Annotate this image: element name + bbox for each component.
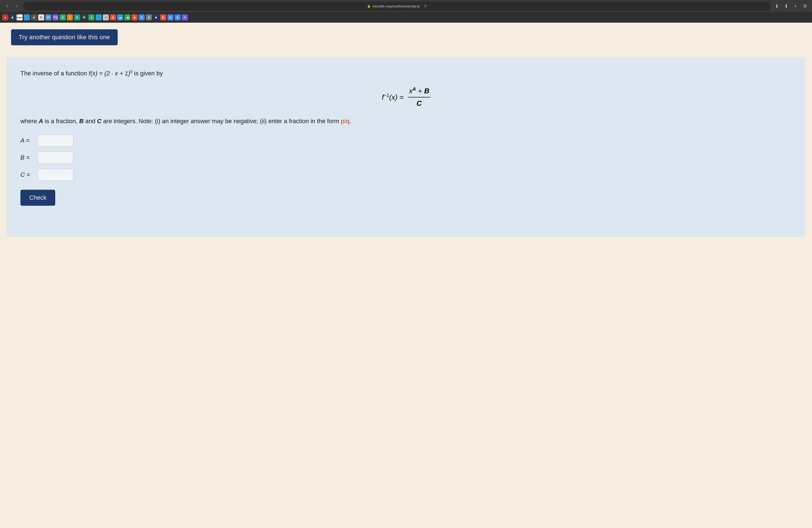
numerator: xA + B [409,86,430,97]
tab-d[interactable]: D [160,14,166,20]
tab-1[interactable]: ● [2,14,8,20]
question-intro: The inverse of a function f(x) = (2 · x … [20,69,792,78]
back-button[interactable]: ‹ [3,2,11,10]
label-c: C = [20,171,34,178]
input-row-c: C = [20,169,792,181]
tabs-bar: ● ■ Compre... 🌐 ■ C P PQ A 1 G N ✦ 🌐 ✓ A… [0,12,812,23]
tab-navy[interactable]: ■ [153,14,159,20]
page-wrapper: Try another question like this one The i… [0,23,812,528]
question-card: The inverse of a function f(x) = (2 · x … [6,57,806,237]
input-row-a: A = [20,134,792,147]
denominator: C [417,98,422,108]
banner: Try another question like this one [0,23,812,52]
tab-globe2[interactable]: 🌐 [96,14,102,20]
fraction-hint: p/q [341,118,349,124]
forward-button[interactable]: › [13,2,21,10]
label-a: A = [20,137,34,144]
tab-a1[interactable]: A [60,14,66,20]
tabs-view-icon[interactable]: ⧉ [801,2,809,10]
tab-back[interactable]: ◀ [124,14,130,20]
address-bar[interactable]: 🔒 moodle.maynoothuniversity.ie ↺ [23,2,771,11]
tab-g3[interactable]: G [168,14,173,20]
tab-multicolor[interactable]: ■ [31,14,37,20]
formula-lhs: f−1(x) = [382,93,404,102]
tab-p[interactable]: P [45,14,52,20]
label-b: B = [20,154,34,161]
tab-a3[interactable]: A [146,14,152,20]
description: where A is a fraction, B and C are integ… [20,116,792,126]
tab-sq[interactable]: ■ [131,14,137,20]
tab-g1[interactable]: G [74,14,80,20]
tab-cloud[interactable]: ☁ [117,14,123,20]
url-text: moodle.maynoothuniversity.ie [373,4,420,8]
tab-star[interactable]: ✦ [88,14,95,20]
lock-icon: 🔒 [367,4,371,8]
input-a[interactable] [38,134,73,147]
new-tab-icon[interactable]: + [792,2,799,10]
share-icon[interactable]: ⬆ [782,2,790,10]
formula-expression: f−1(x) = xA + B C [382,86,430,108]
browser-actions: ⬇ ⬆ + ⧉ [773,2,809,10]
browser-chrome: ‹ › 🔒 moodle.maynoothuniversity.ie ↺ ⬇ ⬆… [0,0,812,12]
input-b[interactable] [38,151,73,164]
formula-display: f−1(x) = xA + B C [20,86,792,108]
download-icon[interactable]: ⬇ [773,2,781,10]
tab-check[interactable]: ✓ [103,14,109,20]
tab-compre[interactable]: Compre... [17,14,23,20]
tab-star2[interactable]: ✦ [182,14,188,20]
tab-1n[interactable]: 1 [67,14,73,20]
tab-globe[interactable]: 🌐 [24,14,30,20]
try-another-button[interactable]: Try another question like this one [11,29,118,45]
function-notation: f(x) = (2 · x + 1)5 [89,70,132,77]
fraction-line [408,97,430,98]
reload-icon[interactable]: ↺ [424,4,427,8]
input-row-b: B = [20,151,792,164]
input-c[interactable] [38,169,73,181]
fraction-part: xA + B C [408,86,430,108]
tab-c[interactable]: C [38,14,44,20]
tab-a2[interactable]: A [110,14,116,20]
tab-n[interactable]: N [81,14,87,20]
tab-g4[interactable]: G [175,14,180,20]
check-button[interactable]: Check [20,190,55,206]
tab-pq[interactable]: PQ [53,14,59,20]
tab-g2[interactable]: G [139,14,145,20]
